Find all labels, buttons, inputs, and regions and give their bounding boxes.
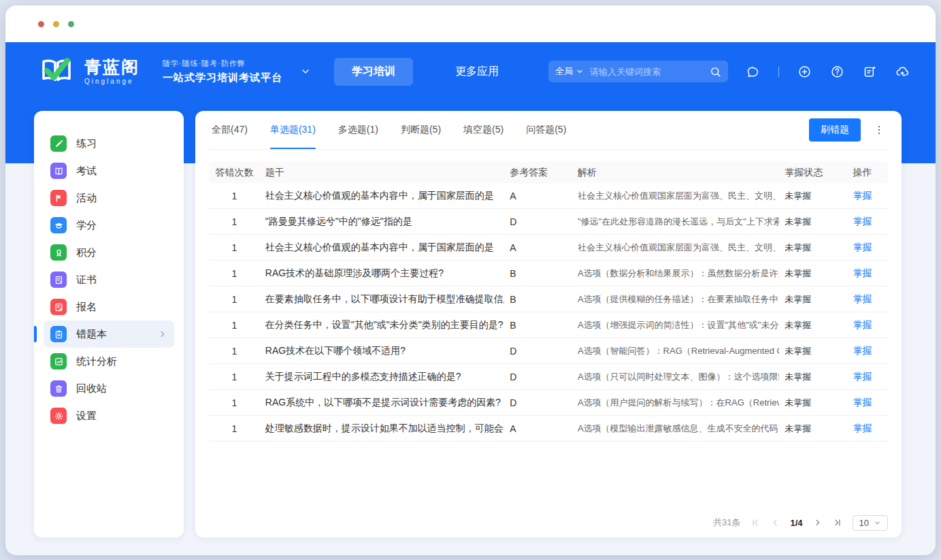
status-cell: 未掌握 bbox=[779, 312, 837, 338]
sidebar-item-label: 回收站 bbox=[76, 382, 107, 395]
plus-circle-icon[interactable] bbox=[797, 65, 812, 79]
wrong-count-cell: 1 bbox=[209, 416, 260, 442]
brand: 青蓝阁 Qinglange bbox=[37, 56, 139, 87]
sidebar-item-label: 活动 bbox=[76, 192, 97, 205]
form-badge-icon[interactable] bbox=[863, 65, 877, 79]
tab-4[interactable]: 填空题(5) bbox=[463, 111, 503, 149]
table-row: 1社会主义核心价值观的基本内容中，属于国家层面的是A社会主义核心价值观国家层面为… bbox=[209, 183, 888, 209]
master-action-link[interactable]: 掌握 bbox=[853, 267, 872, 278]
wrong-count-cell: 1 bbox=[209, 183, 260, 209]
action-cell: 掌握 bbox=[837, 235, 888, 261]
action-cell: 掌握 bbox=[837, 312, 888, 338]
sidebar-item-label: 错题本 bbox=[76, 328, 107, 341]
tab-2[interactable]: 多选题(1) bbox=[338, 111, 378, 149]
search-scope-label: 全局 bbox=[555, 65, 573, 78]
master-action-link[interactable]: 掌握 bbox=[853, 319, 872, 330]
certificate-icon bbox=[50, 271, 67, 288]
page-size-select[interactable]: 10 bbox=[853, 515, 888, 531]
sidebar-item-activity[interactable]: 活动 bbox=[44, 184, 174, 212]
table-row: 1RAG技术的基础原理涉及哪两个主要过程?BA选项（数据分析和结果展示）：虽然数… bbox=[209, 261, 888, 286]
status-cell: 未掌握 bbox=[779, 338, 837, 364]
sidebar-item-recycle-bin[interactable]: 回收站 bbox=[44, 375, 174, 402]
table-row: 1在要素抽取任务中，以下哪项设计有助于模型准确提取信息?BA选项（提供模糊的任务… bbox=[209, 286, 888, 312]
gear-icon bbox=[50, 408, 67, 424]
nav-item-0[interactable]: 学习培训 bbox=[334, 58, 413, 86]
answer-cell: D bbox=[504, 390, 572, 416]
master-action-link[interactable]: 掌握 bbox=[853, 423, 872, 433]
sidebar-item-certificate[interactable]: 证书 bbox=[44, 266, 174, 293]
master-action-link[interactable]: 掌握 bbox=[853, 397, 872, 408]
column-header-0: 答错次数 bbox=[209, 162, 260, 183]
search-input[interactable] bbox=[589, 66, 705, 78]
stem-cell: RAG技术在以下哪个领域不适用? bbox=[260, 338, 504, 364]
header-nav: 学习培训更多应用 bbox=[334, 58, 516, 86]
more-options-icon[interactable] bbox=[873, 124, 885, 136]
answer-cell: A bbox=[504, 416, 572, 442]
first-page-icon[interactable] bbox=[750, 518, 760, 527]
table-row: 1在分类任务中，设置"其他"或"未分类"类别的主要目的是?BA选项（增强提示词的… bbox=[209, 312, 888, 338]
sidebar-item-wrong-book[interactable]: 错题本 bbox=[44, 320, 174, 348]
action-cell: 掌握 bbox=[837, 390, 888, 416]
sidebar-item-practice[interactable]: 练习 bbox=[44, 130, 174, 157]
status-cell: 未掌握 bbox=[779, 416, 837, 442]
chevron-left-icon[interactable] bbox=[770, 518, 780, 527]
maximize-window-dot[interactable] bbox=[68, 21, 74, 27]
stem-cell: 关于提示词工程中的多模态支持描述正确的是? bbox=[260, 364, 504, 390]
chat-bubble-icon[interactable] bbox=[746, 65, 760, 79]
chevron-down-icon bbox=[576, 67, 584, 76]
tab-3[interactable]: 判断题(5) bbox=[401, 111, 441, 149]
nav-item-1[interactable]: 更多应用 bbox=[438, 58, 516, 86]
tagline-top: 随学·随练·随考·防作弊 bbox=[163, 59, 282, 69]
close-window-dot[interactable] bbox=[38, 21, 44, 27]
wrong-count-cell: 1 bbox=[209, 312, 260, 338]
sidebar-item-label: 统计分析 bbox=[76, 355, 117, 368]
search-icon[interactable] bbox=[710, 66, 721, 78]
master-action-link[interactable]: 掌握 bbox=[853, 293, 872, 304]
search-scope-select[interactable]: 全局 bbox=[555, 65, 584, 78]
wrong-questions-table: 答错次数题干参考答案解析掌握状态操作 1社会主义核心价值观的基本内容中，属于国家… bbox=[209, 162, 888, 442]
action-cell: 掌握 bbox=[837, 183, 888, 209]
stem-cell: RAG技术的基础原理涉及哪两个主要过程? bbox=[260, 261, 504, 286]
sidebar-item-label: 积分 bbox=[76, 246, 97, 259]
medal-icon bbox=[50, 244, 67, 261]
answer-cell: D bbox=[504, 364, 572, 390]
form-pen-icon bbox=[50, 299, 67, 315]
master-action-link[interactable]: 掌握 bbox=[853, 190, 872, 201]
sidebar-item-exam[interactable]: 考试 bbox=[44, 157, 174, 184]
question-type-tabs: 全部(47)单选题(31)多选题(1)判断题(5)填空题(5)问答题(5) bbox=[212, 111, 566, 149]
tab-1[interactable]: 单选题(31) bbox=[270, 111, 316, 149]
status-cell: 未掌握 bbox=[779, 261, 837, 286]
answer-cell: B bbox=[504, 261, 572, 286]
wrong-questions-table-wrap: 答错次数题干参考答案解析掌握状态操作 1社会主义核心价值观的基本内容中，属于国家… bbox=[209, 162, 888, 442]
master-action-link[interactable]: 掌握 bbox=[853, 371, 872, 382]
sidebar-item-settings[interactable]: 设置 bbox=[44, 402, 174, 429]
master-action-link[interactable]: 掌握 bbox=[853, 345, 872, 356]
sidebar-item-signup[interactable]: 报名 bbox=[44, 293, 174, 320]
stem-cell: RAG系统中，以下哪项不是提示词设计需要考虑的因素? bbox=[260, 390, 504, 416]
global-search: 全局 bbox=[548, 61, 728, 82]
sidebar-item-label: 证书 bbox=[76, 274, 97, 286]
graduation-cap-icon bbox=[50, 217, 67, 233]
wrong-count-cell: 1 bbox=[209, 286, 260, 312]
redo-wrong-questions-button[interactable]: 刷错题 bbox=[809, 118, 861, 142]
tab-5[interactable]: 问答题(5) bbox=[526, 111, 566, 149]
analysis-cell: 社会主义核心价值观国家层面为富强、民主、文明、... bbox=[572, 183, 779, 209]
sidebar-item-statistics[interactable]: 统计分析 bbox=[44, 348, 174, 375]
tagline-bottom: 一站式学习培训考试平台 bbox=[163, 71, 282, 84]
sidebar-item-points[interactable]: 积分 bbox=[44, 239, 174, 266]
master-action-link[interactable]: 掌握 bbox=[853, 216, 872, 227]
chevron-right-icon[interactable] bbox=[813, 518, 823, 527]
minimize-window-dot[interactable] bbox=[53, 21, 59, 27]
question-circle-icon[interactable] bbox=[830, 65, 844, 79]
last-page-icon[interactable] bbox=[833, 518, 842, 527]
sidebar-item-credit[interactable]: 学分 bbox=[44, 212, 174, 239]
action-cell: 掌握 bbox=[837, 286, 888, 312]
main-panel: 全部(47)单选题(31)多选题(1)判断题(5)填空题(5)问答题(5) 刷错… bbox=[195, 111, 902, 538]
sidebar-item-label: 学分 bbox=[76, 219, 97, 232]
master-action-link[interactable]: 掌握 bbox=[853, 242, 872, 252]
tab-0[interactable]: 全部(47) bbox=[212, 111, 248, 149]
chevron-down-icon[interactable] bbox=[300, 66, 311, 77]
action-cell: 掌握 bbox=[837, 338, 888, 364]
cloud-sync-icon[interactable] bbox=[895, 65, 910, 79]
question-type-tabs-row: 全部(47)单选题(31)多选题(1)判断题(5)填空题(5)问答题(5) 刷错… bbox=[209, 111, 888, 150]
